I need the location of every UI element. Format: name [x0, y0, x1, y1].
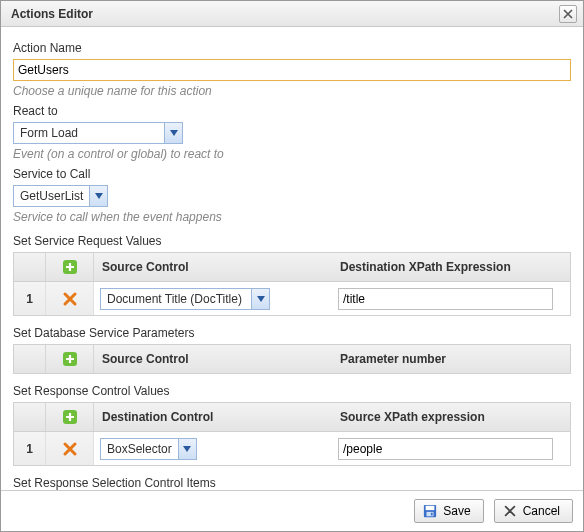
service-value: GetUserList [14, 189, 89, 203]
editor-body: Action Name Choose a unique name for thi… [1, 27, 583, 490]
chevron-down-icon [257, 296, 265, 302]
dropdown-button[interactable] [89, 186, 107, 206]
cancel-icon [503, 504, 517, 518]
row-number: 1 [14, 432, 46, 465]
db-section-title: Set Database Service Parameters [13, 326, 571, 340]
delete-icon[interactable] [62, 291, 78, 307]
table-row: 1 Document Title (DocTitle) [13, 282, 571, 316]
destination-control-value: BoxSelector [101, 442, 178, 456]
source-xpath-input[interactable] [338, 438, 553, 460]
response-grid-header: Destination Control Source XPath express… [13, 402, 571, 432]
response-section-title: Set Response Control Values [13, 384, 571, 398]
source-control-value: Document Title (DocTitle) [101, 292, 251, 306]
react-to-select[interactable]: Form Load [13, 122, 183, 144]
action-name-label: Action Name [13, 41, 571, 55]
db-col-a: Source Control [94, 352, 332, 366]
add-icon[interactable] [62, 409, 78, 425]
window-title: Actions Editor [11, 7, 93, 21]
db-col-b: Parameter number [332, 352, 570, 366]
action-name-input[interactable] [13, 59, 571, 81]
react-to-help: Event (on a control or global) to react … [13, 147, 571, 161]
dropdown-button[interactable] [251, 289, 269, 309]
dropdown-button[interactable] [164, 123, 182, 143]
response-col-b: Source XPath expression [332, 410, 570, 424]
add-icon[interactable] [62, 351, 78, 367]
destination-control-select[interactable]: BoxSelector [100, 438, 197, 460]
chevron-down-icon [95, 193, 103, 199]
cancel-label: Cancel [523, 504, 560, 518]
close-button[interactable] [559, 5, 577, 23]
request-grid-header: Source Control Destination XPath Express… [13, 252, 571, 282]
request-section-title: Set Service Request Values [13, 234, 571, 248]
delete-icon[interactable] [62, 441, 78, 457]
svg-rect-5 [426, 506, 435, 510]
titlebar: Actions Editor [1, 1, 583, 27]
db-grid-header: Source Control Parameter number [13, 344, 571, 374]
request-col-b: Destination XPath Expression [332, 260, 570, 274]
save-button[interactable]: Save [414, 499, 483, 523]
service-select[interactable]: GetUserList [13, 185, 108, 207]
dropdown-button[interactable] [178, 439, 196, 459]
selection-section-title: Set Response Selection Control Items [13, 476, 571, 490]
footer: Save Cancel [1, 490, 583, 531]
service-help: Service to call when the event happens [13, 210, 571, 224]
action-name-help: Choose a unique name for this action [13, 84, 571, 98]
react-to-label: React to [13, 104, 571, 118]
add-icon[interactable] [62, 259, 78, 275]
service-label: Service to Call [13, 167, 571, 181]
response-col-a: Destination Control [94, 410, 332, 424]
save-label: Save [443, 504, 470, 518]
react-to-value: Form Load [14, 126, 164, 140]
close-icon [563, 9, 573, 19]
actions-editor-window: Actions Editor Action Name Choose a uniq… [0, 0, 584, 532]
table-row: 1 BoxSelector [13, 432, 571, 466]
row-number: 1 [14, 282, 46, 315]
destination-xpath-input[interactable] [338, 288, 553, 310]
save-icon [423, 504, 437, 518]
chevron-down-icon [170, 130, 178, 136]
source-control-select[interactable]: Document Title (DocTitle) [100, 288, 270, 310]
chevron-down-icon [183, 446, 191, 452]
cancel-button[interactable]: Cancel [494, 499, 573, 523]
svg-rect-7 [431, 513, 433, 516]
request-col-a: Source Control [94, 260, 332, 274]
